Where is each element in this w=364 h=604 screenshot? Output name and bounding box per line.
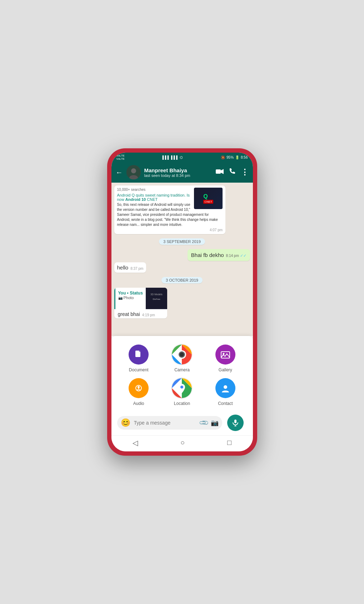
- video-call-icon[interactable]: [216, 169, 224, 176]
- audio-label: Audio: [133, 401, 144, 406]
- article-thumbnail: Q CNET: [194, 188, 223, 209]
- audio-icon: [129, 378, 149, 398]
- document-label: Document: [129, 367, 149, 372]
- mic-button[interactable]: [227, 415, 244, 431]
- attach-location[interactable]: Location: [163, 378, 201, 406]
- document-icon: [129, 345, 149, 365]
- attach-panel: Document: [111, 336, 253, 435]
- location-label: Location: [174, 401, 190, 406]
- status-fwd-sub: 📷 Photo: [118, 296, 143, 300]
- svg-rect-22: [234, 420, 236, 423]
- sent-ticks: ✓✓: [240, 253, 246, 258]
- nav-recent-button[interactable]: □: [227, 439, 231, 447]
- status-thumbnail: 3D Models DivFree: [146, 288, 167, 309]
- status-network: VoLTE VoLTE: [116, 154, 125, 160]
- contact-name: Manpreet Bhaiya: [144, 167, 212, 173]
- sent-time: 8:14 pm ✓✓: [226, 253, 246, 258]
- attach-button[interactable]: 📎: [198, 417, 209, 428]
- status-card-body: great bhai 4:19 pm: [114, 309, 167, 318]
- svg-text:DivFree: DivFree: [153, 298, 160, 300]
- received-hello-bubble: hello 8:37 pm: [114, 262, 146, 273]
- avatar[interactable]: [126, 165, 141, 179]
- last-seen: last seen today at 8:34 pm: [144, 173, 212, 178]
- phone-screen: VoLTE VoLTE ▌▌▌ ▌▌▌ ⌬ 🔕 95% 🔋 8:56 ←: [111, 153, 253, 451]
- voice-call-icon[interactable]: [229, 168, 236, 177]
- gallery-icon: [215, 345, 235, 365]
- location-icon: [172, 378, 192, 398]
- signal-icons: ▌▌▌ ▌▌▌ ⌬: [163, 155, 183, 159]
- recv-text: hello: [117, 264, 129, 271]
- attach-contact[interactable]: Contact: [206, 378, 244, 406]
- article-bubble: Q CNET 10,000+ searches Android Q quits …: [114, 185, 226, 234]
- great-bhai-text: great bhai: [118, 311, 140, 317]
- status-card-left: You • Status 📷 Photo: [114, 288, 146, 309]
- status-card-time: 4:19 pm: [142, 313, 155, 317]
- header-icons: ⋮: [216, 168, 249, 177]
- back-button[interactable]: ←: [116, 168, 123, 177]
- status-bar: VoLTE VoLTE ▌▌▌ ▌▌▌ ⌬ 🔕 95% 🔋 8:56: [111, 153, 253, 162]
- attach-gallery[interactable]: Gallery: [206, 345, 244, 372]
- signal2-icon: ▌▌▌: [171, 155, 179, 159]
- attach-audio[interactable]: Audio: [120, 378, 158, 406]
- message-input[interactable]: [133, 419, 197, 426]
- signal1-icon: ▌▌▌: [163, 155, 170, 159]
- chat-area: Q CNET 10,000+ searches Android Q quits …: [111, 183, 253, 336]
- svg-point-21: [224, 385, 227, 389]
- cnet-badge: CNET: [203, 200, 213, 204]
- camera-label: Camera: [174, 367, 190, 372]
- input-row: 😊 📎 📷: [111, 413, 253, 432]
- more-options-icon[interactable]: ⋮: [241, 168, 249, 177]
- status-thumb-content: 3D Models DivFree: [146, 288, 167, 310]
- attach-camera[interactable]: Camera: [163, 345, 201, 372]
- svg-rect-9: [135, 351, 139, 357]
- date-separator-2: 3 OCTOBER 2019: [114, 277, 250, 283]
- article-time: 4:07 pm: [117, 228, 223, 232]
- recv-time: 8:37 pm: [130, 267, 143, 271]
- wifi-icon: ⌬: [180, 155, 183, 159]
- svg-point-20: [180, 386, 183, 388]
- time-label: 8:56: [241, 155, 248, 159]
- attach-document[interactable]: Document: [120, 345, 158, 372]
- contact-label: Contact: [218, 401, 233, 406]
- svg-point-14: [180, 352, 184, 357]
- contact-info: Manpreet Bhaiya last seen today at 8:34 …: [144, 167, 212, 178]
- battery-icon: 🔋: [235, 155, 239, 159]
- phone-frame: VoLTE VoLTE ▌▌▌ ▌▌▌ ⌬ 🔕 95% 🔋 8:56 ←: [107, 148, 257, 456]
- sent-text: Bhai fb dekho: [191, 252, 224, 258]
- svg-point-16: [223, 353, 224, 355]
- avatar-image: [126, 165, 141, 179]
- sent-message-bubble: Bhai fb dekho 8:14 pm ✓✓: [188, 249, 250, 261]
- svg-rect-15: [221, 352, 230, 358]
- nav-home-button[interactable]: ○: [180, 439, 185, 447]
- status-card-inner: You • Status 📷 Photo 3D Models DivFree: [114, 288, 167, 309]
- status-card: You • Status 📷 Photo 3D Models DivFree: [114, 288, 167, 318]
- camera-icon: [172, 345, 192, 365]
- gallery-label: Gallery: [219, 367, 232, 372]
- svg-text:3D Models: 3D Models: [150, 293, 163, 296]
- message-input-bar: 😊 📎 📷: [117, 416, 222, 430]
- date-badge-1: 3 SEPTEMBER 2019: [159, 238, 205, 245]
- emoji-button[interactable]: 😊: [121, 418, 130, 427]
- date-badge-2: 3 OCTOBER 2019: [161, 277, 203, 283]
- battery-label: 95%: [226, 155, 234, 159]
- status-fwd-label: You • Status: [118, 291, 143, 296]
- nav-back-button[interactable]: ◁: [133, 439, 138, 447]
- status-right: 🔕 95% 🔋 8:56: [221, 155, 248, 159]
- chat-header: ← Manpreet Bhaiya last seen today at 8:3…: [111, 162, 253, 183]
- date-separator-1: 3 SEPTEMBER 2019: [114, 238, 250, 245]
- svg-point-1: [131, 168, 136, 173]
- contact-icon: [215, 378, 235, 398]
- svg-point-19: [138, 387, 139, 389]
- attach-grid: Document: [111, 342, 253, 413]
- silent-icon: 🔕: [221, 155, 225, 159]
- svg-marker-4: [221, 169, 224, 174]
- camera-input-button[interactable]: 📷: [211, 419, 219, 427]
- nav-bar: ◁ ○ □: [111, 435, 253, 451]
- svg-rect-3: [216, 169, 221, 174]
